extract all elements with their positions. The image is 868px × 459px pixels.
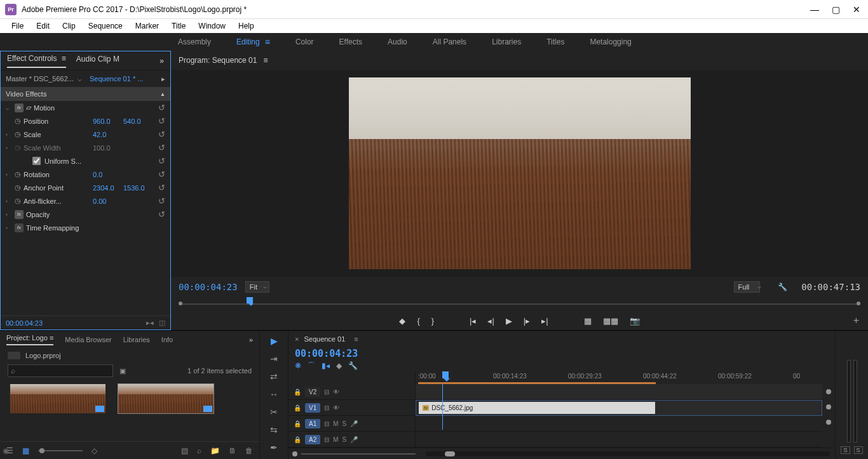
effect-opacity[interactable]: › fx Opacity ↺ bbox=[1, 208, 170, 221]
timeline-timecode[interactable]: 00:00:04:23 bbox=[295, 348, 358, 359]
export-frame-icon[interactable]: 📷 bbox=[630, 316, 640, 326]
new-bin-icon[interactable]: ▣ bbox=[119, 367, 126, 375]
timeremap-expand-icon[interactable]: › bbox=[6, 225, 15, 231]
workspace-color[interactable]: Color bbox=[295, 37, 314, 46]
program-video-area[interactable] bbox=[171, 70, 868, 277]
scale-expand-icon[interactable]: › bbox=[6, 131, 15, 138]
timeline-close-icon[interactable]: × bbox=[295, 335, 299, 343]
a2-label[interactable]: A2 bbox=[305, 435, 320, 444]
tab-media-browser[interactable]: Media Browser bbox=[65, 336, 111, 343]
close-button[interactable]: ✕ bbox=[853, 4, 860, 15]
hscroll-thumb[interactable] bbox=[445, 451, 455, 456]
auto-match-icon[interactable]: ▤ bbox=[181, 446, 188, 455]
antiflicker-expand-icon[interactable]: › bbox=[6, 198, 15, 204]
scale-value[interactable]: 42.0 bbox=[93, 131, 123, 138]
find-icon[interactable]: ⌕ bbox=[197, 446, 201, 455]
opacity-expand-icon[interactable]: › bbox=[6, 211, 15, 218]
project-tabs-overflow-icon[interactable]: » bbox=[249, 336, 253, 343]
delete-icon[interactable]: 🗑 bbox=[245, 446, 253, 455]
stopwatch-icon[interactable]: ◷ bbox=[15, 130, 21, 138]
fx-icon[interactable]: fx bbox=[15, 223, 24, 232]
fx-icon[interactable]: fx bbox=[15, 210, 24, 219]
tab-audio-clip-mixer[interactable]: Audio Clip M bbox=[76, 55, 119, 67]
zoom-out-icon[interactable] bbox=[292, 451, 297, 456]
go-to-out-icon[interactable]: ▸| bbox=[541, 316, 548, 326]
position-y-value[interactable]: 540.0 bbox=[123, 117, 154, 125]
track-lanes[interactable]: fx DSC_5662.jpg bbox=[416, 384, 822, 448]
stopwatch-icon[interactable]: ◷ bbox=[15, 170, 21, 178]
anchor-y-value[interactable]: 1536.0 bbox=[123, 184, 154, 192]
rate-stretch-tool-icon[interactable]: ↔ bbox=[269, 389, 278, 399]
timeline-settings-icon[interactable]: ◆ bbox=[336, 361, 342, 370]
video-effects-section[interactable]: Video Effects ▲ bbox=[1, 87, 170, 101]
effect-footer-timecode[interactable]: 00:00:04:23 bbox=[6, 319, 43, 327]
uniform-reset-icon[interactable]: ↺ bbox=[154, 156, 165, 166]
add-marker-icon[interactable]: ▮◂ bbox=[322, 361, 330, 370]
anchor-reset-icon[interactable]: ↺ bbox=[154, 183, 165, 192]
solo-icon[interactable]: S bbox=[342, 420, 347, 427]
timeline-playhead-line[interactable] bbox=[442, 384, 443, 430]
lift-icon[interactable]: ▦ bbox=[584, 316, 592, 326]
rotation-value[interactable]: 0.0 bbox=[93, 171, 123, 178]
thumbnail-2[interactable] bbox=[118, 384, 214, 413]
track-select-tool-icon[interactable]: ⇥ bbox=[270, 354, 278, 364]
zoom-slider[interactable] bbox=[301, 453, 416, 455]
anchor-x-value[interactable]: 2304.0 bbox=[93, 184, 123, 192]
vscroll-dot-3[interactable] bbox=[826, 420, 831, 425]
rotation-reset-icon[interactable]: ↺ bbox=[154, 170, 165, 179]
clip-master-label[interactable]: Master * DSC_5662... bbox=[6, 75, 74, 83]
mute-icon[interactable]: M bbox=[333, 436, 338, 443]
workspace-libraries[interactable]: Libraries bbox=[492, 37, 521, 46]
menu-sequence[interactable]: Sequence bbox=[82, 20, 129, 32]
a1-label[interactable]: A1 bbox=[305, 419, 320, 429]
mic-icon[interactable]: 🎤 bbox=[350, 420, 358, 427]
timeline-sequence-name[interactable]: Sequence 01 bbox=[304, 335, 345, 343]
vscroll-dot-1[interactable] bbox=[826, 389, 831, 394]
tab-effect-controls[interactable]: Effect Controls ≡ bbox=[7, 54, 66, 68]
menu-edit[interactable]: Edit bbox=[30, 20, 56, 32]
effect-time-remapping[interactable]: › fx Time Remapping bbox=[1, 221, 170, 234]
timeline-ruler-playhead[interactable] bbox=[442, 371, 449, 378]
add-marker-icon[interactable]: ◆ bbox=[399, 316, 405, 326]
project-tab-menu-icon[interactable]: ≡ bbox=[50, 334, 53, 342]
sync-status-icon[interactable]: ◉ bbox=[3, 446, 9, 455]
menu-clip[interactable]: Clip bbox=[56, 20, 82, 32]
selection-tool-icon[interactable]: ▶ bbox=[271, 336, 278, 346]
sync-lock-icon[interactable]: ⊟ bbox=[324, 436, 329, 443]
workspace-effects[interactable]: Effects bbox=[339, 37, 362, 46]
motion-collapse-icon[interactable]: ⌵ bbox=[6, 105, 15, 111]
menu-marker[interactable]: Marker bbox=[129, 20, 165, 32]
antiflicker-reset-icon[interactable]: ↺ bbox=[154, 196, 165, 206]
track-header-a2[interactable]: 🔒 A2 ⊟ M S 🎤 bbox=[288, 432, 415, 448]
program-title[interactable]: Program: Sequence 01 bbox=[179, 56, 257, 65]
project-bin-icon[interactable] bbox=[8, 352, 20, 359]
extract-icon[interactable]: ▦▦ bbox=[603, 316, 618, 326]
footer-icon-2[interactable]: ◫ bbox=[159, 319, 165, 327]
effect-tabs-overflow-icon[interactable]: » bbox=[159, 57, 164, 65]
menu-title[interactable]: Title bbox=[165, 20, 192, 32]
razor-tool-icon[interactable]: ✂ bbox=[270, 407, 278, 417]
track-lane-v2[interactable] bbox=[416, 384, 822, 400]
workspace-allpanels[interactable]: All Panels bbox=[433, 37, 466, 46]
effect-motion[interactable]: ⌵ fx ▱ Motion ↺ bbox=[1, 101, 170, 114]
sync-lock-icon[interactable]: ⊟ bbox=[324, 389, 329, 396]
settings-wrench-icon[interactable]: 🔧 bbox=[778, 283, 787, 291]
timeline-menu-icon[interactable]: ≡ bbox=[354, 335, 358, 343]
menu-file[interactable]: File bbox=[5, 20, 30, 32]
workspace-menu-icon[interactable]: ≡ bbox=[265, 37, 270, 47]
clip-dropdown-icon[interactable]: ⌵ bbox=[78, 75, 82, 83]
menu-help[interactable]: Help bbox=[232, 20, 261, 32]
menu-window[interactable]: Window bbox=[192, 20, 232, 32]
fx-icon[interactable]: fx bbox=[15, 103, 24, 112]
button-editor-icon[interactable]: + bbox=[853, 315, 859, 326]
workspace-assembly[interactable]: Assembly bbox=[178, 37, 211, 46]
sync-lock-icon[interactable]: ⊟ bbox=[324, 404, 329, 411]
opacity-reset-icon[interactable]: ↺ bbox=[154, 210, 165, 219]
mark-out-icon[interactable]: } bbox=[431, 316, 434, 326]
track-header-v2[interactable]: 🔒 V2 ⊟ 👁 bbox=[288, 384, 415, 400]
new-bin-icon[interactable]: 📁 bbox=[210, 446, 220, 455]
scale-reset-icon[interactable]: ↺ bbox=[154, 130, 165, 139]
track-header-a1[interactable]: 🔒 A1 ⊟ M S 🎤 bbox=[288, 416, 415, 432]
motion-reset-icon[interactable]: ↺ bbox=[154, 103, 165, 112]
workspace-titles[interactable]: Titles bbox=[546, 37, 564, 46]
